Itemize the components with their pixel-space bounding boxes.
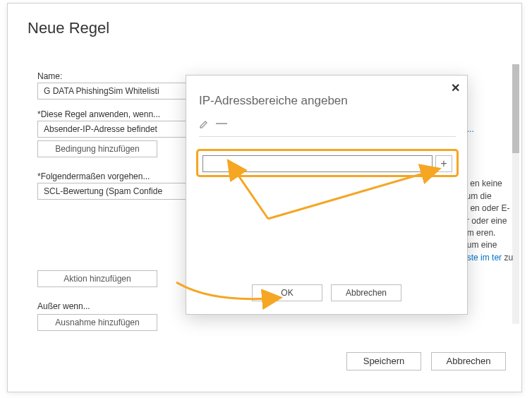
remove-icon[interactable]: — bbox=[216, 119, 227, 131]
page-title: Neue Regel bbox=[28, 19, 109, 37]
dialog-toolbar: — bbox=[199, 119, 227, 131]
save-button[interactable]: Speichern bbox=[346, 352, 421, 370]
bottom-button-row: Speichern Abbrechen bbox=[346, 352, 506, 370]
dialog-separator bbox=[199, 136, 456, 137]
dialog-cancel-button[interactable]: Abbrechen bbox=[331, 284, 401, 301]
ip-input-highlight: + bbox=[196, 149, 459, 177]
ip-range-dialog: ✕ IP-Adressbereiche angeben — + OK Abbre… bbox=[186, 75, 468, 315]
edit-icon[interactable] bbox=[199, 119, 209, 131]
add-action-button[interactable]: Aktion hinzufügen bbox=[37, 270, 157, 287]
dialog-button-row: OK Abbrechen bbox=[186, 284, 467, 301]
add-ip-button[interactable]: + bbox=[435, 155, 452, 172]
cancel-button[interactable]: Abbrechen bbox=[431, 352, 506, 370]
close-icon[interactable]: ✕ bbox=[451, 81, 460, 95]
dialog-title: IP-Adressbereiche angeben bbox=[199, 94, 348, 108]
ok-button[interactable]: OK bbox=[252, 284, 322, 301]
add-exception-button[interactable]: Ausnahme hinzufügen bbox=[37, 314, 157, 331]
add-condition-button[interactable]: Bedingung hinzufügen bbox=[37, 140, 157, 157]
ip-address-input[interactable] bbox=[202, 155, 433, 172]
